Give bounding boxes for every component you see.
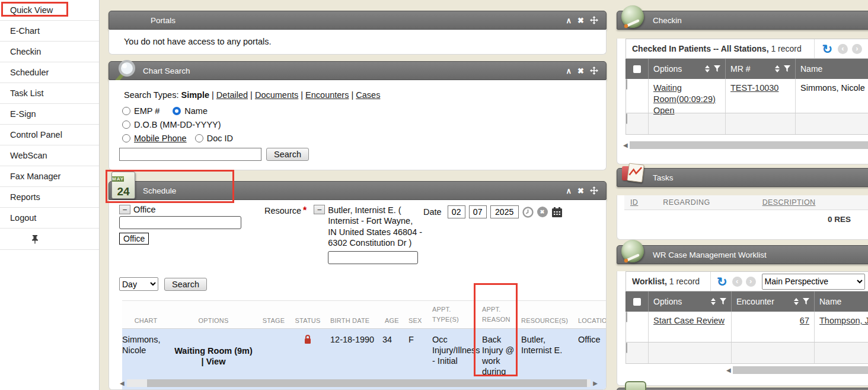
close-icon[interactable]: ✖ — [577, 67, 584, 75]
search-type-simple[interactable]: Simple — [181, 90, 209, 100]
mr-number-link[interactable]: TEST-10030 — [730, 83, 778, 93]
encounter-link[interactable]: 67 — [800, 316, 809, 325]
clear-date-icon[interactable]: ✖ — [537, 207, 548, 217]
column-header-chart[interactable]: CHART — [122, 301, 170, 328]
sort-icon[interactable] — [775, 65, 780, 72]
column-header-encounter[interactable]: Encounter — [732, 291, 815, 312]
sidebar-item-fax-manager[interactable]: Fax Manager — [0, 166, 99, 187]
sort-icon[interactable] — [794, 298, 799, 305]
column-header-options[interactable]: Options — [649, 59, 726, 79]
chart-search-button[interactable]: Search — [266, 148, 309, 161]
filter-funnel-icon[interactable] — [784, 65, 790, 72]
move-icon[interactable] — [590, 16, 598, 24]
filter-funnel-icon[interactable] — [803, 298, 809, 305]
sidebar-item-e-sign[interactable]: E-Sign — [0, 104, 99, 125]
office-collapse-button[interactable]: – — [119, 205, 130, 214]
scrollbar-thumb[interactable] — [147, 379, 588, 387]
column-header-birth-date[interactable]: BIRTH DATE — [326, 301, 380, 328]
filter-funnel-icon[interactable] — [714, 65, 720, 72]
next-page-icon[interactable]: › — [852, 44, 862, 54]
column-header-appt-reason[interactable]: APPT. REASON — [477, 301, 516, 328]
select-all-checkbox[interactable] — [633, 65, 641, 73]
column-header-id[interactable]: ID — [630, 198, 638, 207]
dob-radio-label[interactable]: D.O.B (MM-DD-YYYY) — [134, 120, 221, 129]
collapse-icon[interactable]: ∧ — [566, 67, 572, 75]
chart-search-input[interactable] — [119, 148, 261, 161]
column-header-location[interactable]: LOCATION — [573, 301, 607, 328]
scrollbar-thumb[interactable] — [733, 366, 868, 374]
scroll-left-icon[interactable]: ◀ — [726, 367, 731, 373]
move-icon[interactable] — [590, 186, 598, 195]
row-checkbox[interactable] — [626, 79, 627, 90]
column-header-resources[interactable]: RESOURCE(S) — [516, 301, 573, 328]
scroll-left-icon[interactable]: ◀ — [623, 142, 628, 148]
scroll-left-icon[interactable]: ◀ — [120, 381, 125, 386]
sidebar-item-control-panel[interactable]: Control Panel — [0, 125, 99, 145]
mobile-phone-radio[interactable] — [122, 134, 130, 142]
schedule-search-button[interactable]: Search — [164, 278, 207, 291]
column-header-description[interactable]: DESCRIPTION — [762, 198, 816, 207]
sort-icon[interactable] — [705, 65, 710, 72]
sidebar-item-webscan[interactable]: WebScan — [0, 145, 99, 166]
column-header-appt-types[interactable]: APPT. TYPE(S) — [427, 301, 477, 328]
date-month-input[interactable] — [448, 205, 465, 218]
mobile-phone-radio-label[interactable]: Mobile Phone — [134, 134, 187, 143]
doc-id-radio[interactable] — [195, 134, 203, 142]
office-tag[interactable]: Office — [119, 233, 149, 245]
perspective-select[interactable]: Main Perspective — [762, 274, 865, 290]
sidebar-item-scheduler[interactable]: Scheduler — [0, 62, 99, 83]
row-checkbox[interactable] — [626, 343, 627, 353]
resource-collapse-button[interactable]: – — [314, 205, 325, 214]
sidebar-item-task-list[interactable]: Task List — [0, 83, 99, 104]
start-case-review-link[interactable]: Start Case Review — [653, 316, 725, 325]
prev-page-icon[interactable]: ‹ — [732, 277, 742, 287]
office-input[interactable] — [119, 216, 241, 229]
emp-number-radio[interactable] — [122, 107, 130, 115]
search-type-detailed[interactable]: Detailed — [216, 90, 248, 100]
collapse-icon[interactable]: ∧ — [566, 187, 572, 195]
column-header-name[interactable]: Name — [815, 291, 868, 312]
doc-id-radio-label[interactable]: Doc ID — [207, 134, 233, 143]
emp-number-radio-label[interactable]: EMP # — [134, 106, 159, 116]
select-all-checkbox[interactable] — [633, 298, 641, 306]
refresh-icon[interactable]: ↻ — [822, 43, 832, 55]
next-page-icon[interactable]: › — [746, 277, 756, 287]
search-type-cases[interactable]: Cases — [356, 90, 380, 100]
column-header-mr[interactable]: MR # — [726, 59, 796, 79]
sort-icon[interactable] — [711, 298, 716, 305]
clock-icon[interactable] — [522, 207, 534, 218]
close-icon[interactable]: ✖ — [577, 17, 584, 24]
resource-input[interactable] — [328, 251, 418, 264]
close-icon[interactable]: ✖ — [577, 187, 584, 195]
dob-radio[interactable] — [122, 121, 130, 129]
sidebar-item-e-chart[interactable]: E-Chart — [0, 21, 99, 42]
scrollbar-thumb[interactable] — [630, 141, 868, 149]
refresh-icon[interactable]: ↻ — [717, 275, 727, 288]
search-type-encounters[interactable]: Encounters — [305, 90, 349, 100]
column-header-stage[interactable]: STAGE — [257, 301, 290, 328]
move-icon[interactable] — [590, 66, 598, 75]
column-header-options[interactable]: Options — [649, 291, 732, 312]
range-select[interactable]: Day — [119, 277, 158, 291]
search-type-documents[interactable]: Documents — [255, 90, 298, 100]
filter-funnel-icon[interactable] — [720, 298, 726, 305]
collapse-icon[interactable]: ∧ — [566, 17, 572, 24]
date-year-input[interactable] — [490, 205, 519, 218]
column-header-status[interactable]: STATUS — [290, 301, 326, 328]
waiting-room-link[interactable]: Waiting Room(00:09:29) — [653, 83, 716, 104]
scrollbar-track[interactable] — [127, 379, 591, 387]
column-header-options[interactable]: OPTIONS — [170, 301, 257, 328]
row-checkbox[interactable] — [626, 312, 627, 322]
row-checkbox[interactable] — [626, 113, 627, 124]
date-picker-calendar-icon[interactable] — [551, 207, 563, 218]
view-link[interactable]: | View — [170, 356, 257, 367]
date-day-input[interactable] — [469, 205, 487, 218]
name-radio-label[interactable]: Name — [184, 106, 208, 116]
patient-name-link[interactable]: Thompson, Jennifer — [819, 316, 868, 325]
sidebar-item-reports[interactable]: Reports — [0, 187, 99, 208]
sidebar-item-quick-view[interactable]: Quick View — [0, 0, 99, 21]
column-header-name[interactable]: Name — [796, 59, 868, 79]
column-header-sex[interactable]: SEX — [404, 301, 427, 328]
pushpin-icon[interactable] — [31, 234, 39, 244]
sidebar-item-logout[interactable]: Logout — [0, 208, 99, 229]
